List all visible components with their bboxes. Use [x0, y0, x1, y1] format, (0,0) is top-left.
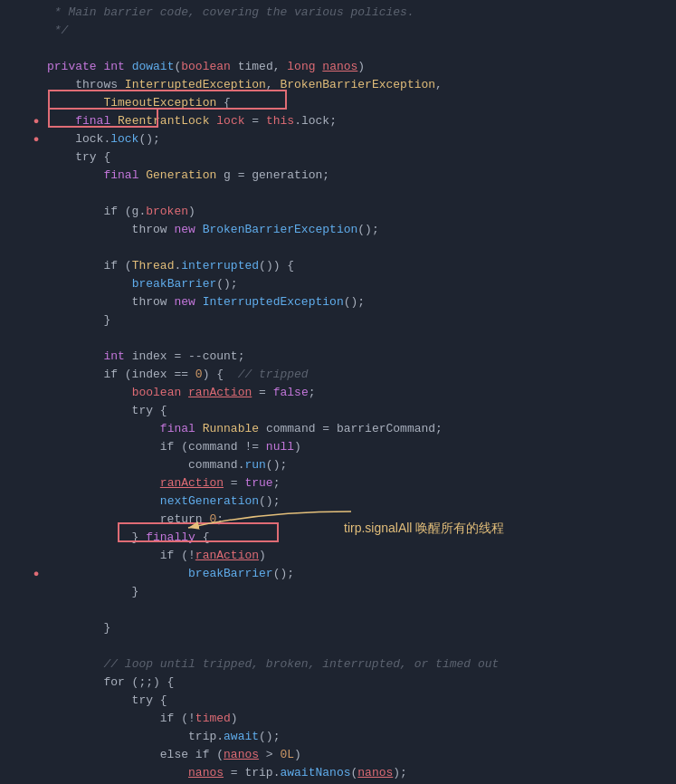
code-line-28: return 0;: [0, 511, 676, 529]
code-line-15: breakBarrier();: [0, 275, 676, 293]
code-line-20: if (index == 0) { // tripped: [0, 366, 676, 384]
code-line-31: ● breakBarrier();: [0, 565, 676, 583]
line-text-23: final Runnable command = barrierCommand;: [43, 420, 676, 438]
code-line-25: command.run();: [0, 456, 676, 474]
line-text-34: }: [43, 619, 676, 637]
line-text-37: for (;;) {: [43, 674, 676, 692]
code-line-18: [0, 330, 676, 348]
line-text-36: // loop until tripped, broken, interrupt…: [43, 655, 676, 674]
line-text-19: int index = --count;: [43, 348, 676, 366]
line-text-32: }: [43, 583, 676, 601]
line-icon-6: ●: [29, 112, 43, 130]
line-text-2: [43, 40, 676, 58]
code-line-33: [0, 601, 676, 619]
line-text-15: breakBarrier();: [43, 275, 676, 293]
code-line-22: try {: [0, 402, 676, 420]
code-line-37: for (;;) {: [0, 674, 676, 692]
code-line-7: ● lock.lock();: [0, 130, 676, 148]
code-line-27: nextGeneration();: [0, 492, 676, 511]
line-text-16: throw new InterruptedException();: [43, 293, 676, 311]
code-line-10: [0, 185, 676, 203]
line-text-21: boolean ranAction = false;: [43, 384, 676, 402]
line-text-30: if (!ranAction): [43, 547, 676, 565]
line-text-17: }: [43, 311, 676, 330]
line-text-24: if (command != null): [43, 438, 676, 456]
code-line-11: if (g.broken): [0, 203, 676, 221]
line-text-1: */: [43, 22, 676, 40]
code-line-42: nanos = trip.awaitNanos(nanos);: [0, 764, 676, 782]
code-line-6: ● final ReentrantLock lock = this.lock;: [0, 112, 676, 130]
line-text-14: if (Thread.interrupted()) {: [43, 257, 676, 275]
code-line-1: */: [0, 22, 676, 40]
line-text-26: ranAction = true;: [43, 474, 676, 492]
code-line-40: trip.await();: [0, 728, 676, 746]
line-text-3: private int dowait(boolean timed, long n…: [43, 58, 676, 76]
line-text-27: nextGeneration();: [43, 492, 676, 511]
line-text-8: try {: [43, 148, 676, 167]
line-text-4: throws InterruptedException, BrokenBarri…: [43, 76, 676, 94]
code-line-2: [0, 40, 676, 58]
code-line-41: else if (nanos > 0L): [0, 746, 676, 764]
line-text-5: TimeoutException {: [43, 94, 676, 112]
line-text-41: else if (nanos > 0L): [43, 746, 676, 764]
code-line-17: }: [0, 311, 676, 330]
code-line-26: ranAction = true;: [0, 474, 676, 492]
code-line-19: int index = --count;: [0, 348, 676, 366]
code-line-3: private int dowait(boolean timed, long n…: [0, 58, 676, 76]
line-text-31: breakBarrier();: [43, 565, 676, 583]
line-text-9: final Generation g = generation;: [43, 167, 676, 185]
line-text-38: try {: [43, 692, 676, 710]
line-text-20: if (index == 0) { // tripped: [43, 366, 676, 384]
code-line-35: [0, 637, 676, 655]
code-line-24: if (command != null): [0, 438, 676, 456]
line-text-7: lock.lock();: [43, 130, 676, 148]
line-text-10: [43, 185, 676, 203]
line-icon-31: ●: [29, 565, 43, 583]
code-line-0: * Main barrier code, covering the variou…: [0, 4, 676, 22]
code-line-8: try {: [0, 148, 676, 167]
code-line-30: if (!ranAction): [0, 547, 676, 565]
line-text-40: trip.await();: [43, 728, 676, 746]
code-line-32: }: [0, 583, 676, 601]
code-line-9: final Generation g = generation;: [0, 167, 676, 185]
code-line-23: final Runnable command = barrierCommand;: [0, 420, 676, 438]
code-line-38: try {: [0, 692, 676, 710]
code-line-36: // loop until tripped, broken, interrupt…: [0, 655, 676, 674]
code-container: * Main barrier code, covering the variou…: [0, 0, 676, 784]
line-text-0: * Main barrier code, covering the variou…: [43, 4, 676, 22]
annotation-signal-all: tirp.signalAll 唤醒所有的线程: [344, 521, 504, 537]
code-line-4: throws InterruptedException, BrokenBarri…: [0, 76, 676, 94]
code-line-14: if (Thread.interrupted()) {: [0, 257, 676, 275]
code-line-13: [0, 239, 676, 257]
code-line-21: boolean ranAction = false;: [0, 384, 676, 402]
code-line-34: }: [0, 619, 676, 637]
code-line-16: throw new InterruptedException();: [0, 293, 676, 311]
line-text-22: try {: [43, 402, 676, 420]
line-text-39: if (!timed): [43, 710, 676, 728]
code-line-39: if (!timed): [0, 710, 676, 728]
line-text-25: command.run();: [43, 456, 676, 474]
code-line-29: } finally {: [0, 529, 676, 547]
line-text-18: [43, 330, 676, 348]
line-text-13: [43, 239, 676, 257]
line-text-33: [43, 601, 676, 619]
line-text-35: [43, 637, 676, 655]
code-line-5: TimeoutException {: [0, 94, 676, 112]
code-line-12: throw new BrokenBarrierException();: [0, 221, 676, 239]
line-icon-7: ●: [29, 130, 43, 148]
line-text-11: if (g.broken): [43, 203, 676, 221]
line-text-12: throw new BrokenBarrierException();: [43, 221, 676, 239]
line-text-42: nanos = trip.awaitNanos(nanos);: [43, 764, 676, 782]
line-text-6: final ReentrantLock lock = this.lock;: [43, 112, 676, 130]
